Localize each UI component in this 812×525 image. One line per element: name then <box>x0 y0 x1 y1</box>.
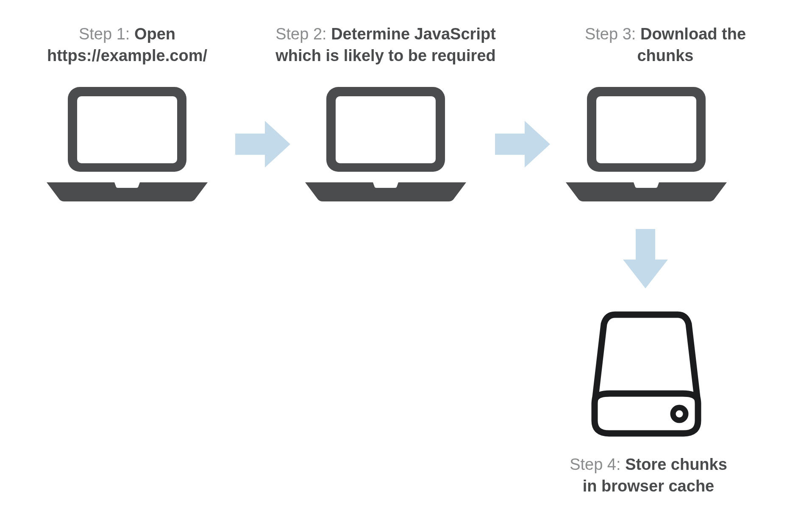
svg-marker-8 <box>623 229 668 288</box>
step-2-prefix: Step 2: <box>275 25 331 43</box>
svg-rect-7 <box>596 96 696 163</box>
step-1-bold-1: Open <box>134 25 175 43</box>
laptop-icon <box>42 83 212 201</box>
step-4-caption: Step 4: Store chunks in browser cache <box>542 454 754 497</box>
step-2-bold-1: Determine JavaScript <box>331 25 496 43</box>
arrow-right-icon <box>235 119 290 170</box>
step-2-bold-2: which is likely to be required <box>275 47 495 64</box>
hard-disk-icon <box>591 310 701 437</box>
step-4-bold-1: Store chunks <box>625 455 727 473</box>
laptop-icon <box>301 83 470 201</box>
step-4-prefix: Step 4: <box>570 455 625 473</box>
svg-rect-4 <box>336 96 436 163</box>
laptop-icon <box>562 83 731 201</box>
arrow-down-icon <box>622 229 669 288</box>
svg-point-9 <box>673 408 686 420</box>
step-2-caption: Step 2: Determine JavaScript which is li… <box>254 23 517 67</box>
svg-rect-1 <box>77 96 177 163</box>
step-3-bold-1: Download the <box>640 25 746 43</box>
svg-marker-5 <box>495 121 550 168</box>
step-3-bold-2: chunks <box>637 47 693 64</box>
step-4-bold-2: in browser cache <box>583 477 714 495</box>
step-1-caption: Step 1: Open https://example.com/ <box>30 23 225 67</box>
diagram-canvas: Step 1: Open https://example.com/ Step 2… <box>0 0 812 525</box>
step-1-bold-2: https://example.com/ <box>47 47 207 64</box>
step-3-prefix: Step 3: <box>585 25 640 43</box>
step-1-prefix: Step 1: <box>79 25 134 43</box>
svg-marker-2 <box>235 121 290 168</box>
step-3-caption: Step 3: Download the chunks <box>555 23 776 67</box>
arrow-right-icon <box>495 119 550 170</box>
